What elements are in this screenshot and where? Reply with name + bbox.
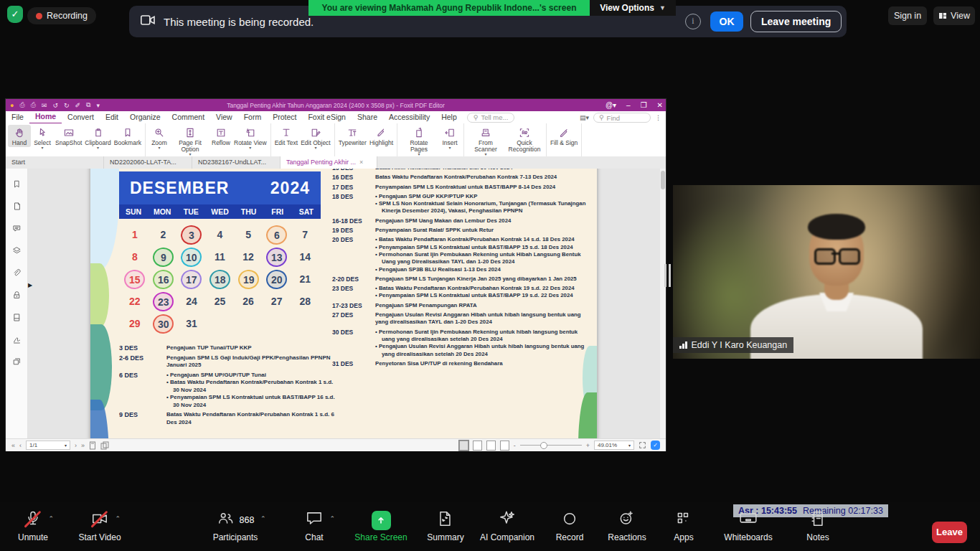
- ribbon-page-fit-option-button[interactable]: Page Fit Option▾: [171, 125, 209, 157]
- attachments-panel-icon[interactable]: [12, 268, 22, 281]
- document-tab[interactable]: Start: [6, 156, 104, 169]
- menu-edit[interactable]: Edit: [100, 111, 124, 123]
- tell-me-search[interactable]: ⚲Tell me...: [467, 113, 515, 123]
- toolbar-whiteboards-button[interactable]: Whiteboards: [712, 509, 784, 542]
- page-template-icon[interactable]: [12, 312, 22, 325]
- menu-comment[interactable]: Comment: [166, 111, 211, 123]
- menu-home[interactable]: Home: [29, 110, 62, 124]
- ribbon-edit-object-button[interactable]: Edit Object▾: [299, 125, 332, 151]
- zoom-out-icon[interactable]: -: [514, 442, 516, 449]
- page-number-box[interactable]: 1/1▾: [26, 441, 70, 450]
- leave-meeting-button[interactable]: Leave meeting: [750, 11, 842, 32]
- fullscreen-icon[interactable]: [639, 441, 646, 449]
- chevron-up-icon[interactable]: ⌃: [48, 515, 54, 522]
- restore-icon[interactable]: ❐: [641, 101, 647, 109]
- menu-protect[interactable]: Protect: [267, 111, 302, 123]
- email-icon[interactable]: ✉: [42, 102, 47, 109]
- first-page-icon[interactable]: «: [11, 442, 15, 449]
- security-panel-icon[interactable]: [12, 290, 22, 303]
- foxit-title-bar[interactable]: ●⎙⎙✉↺↻✐⧉▾ Tanggal Penting Akhir Tahun An…: [6, 99, 666, 111]
- ribbon-select-button[interactable]: Select▾: [31, 125, 54, 151]
- foxit-assistant-icon[interactable]: ✓: [651, 441, 660, 450]
- ribbon-clipboard-button[interactable]: Clipboard▾: [83, 125, 112, 151]
- menu-accessibility[interactable]: Accessibility: [383, 111, 435, 123]
- toolbar-ai-companion-button[interactable]: AI Companion: [471, 509, 543, 542]
- zoom-slider-thumb[interactable]: [540, 442, 547, 449]
- document-tab[interactable]: Tanggal Penting Akhir ...×: [281, 156, 377, 169]
- toolbar-start-video-button[interactable]: ⌃Start Video: [64, 509, 136, 542]
- clipboard-page-icon[interactable]: [100, 441, 109, 450]
- leave-button[interactable]: Leave: [932, 522, 967, 543]
- comments-panel-icon[interactable]: [12, 223, 22, 236]
- quick-access-toolbar[interactable]: ●⎙⎙✉↺↻✐⧉▾: [10, 101, 100, 109]
- menu-form[interactable]: Form: [238, 111, 268, 123]
- redo-icon[interactable]: ↻: [64, 102, 70, 109]
- snapshot-page-icon[interactable]: [89, 441, 96, 450]
- view-options-button[interactable]: View Options ▼: [590, 0, 676, 16]
- ribbon-insert-button[interactable]: Insert▾: [438, 125, 461, 151]
- ribbon-quick-recognition-button[interactable]: Quick Recognition: [505, 125, 544, 154]
- scrollbar-thumb[interactable]: [661, 171, 665, 189]
- customize-caret-icon[interactable]: ▾: [96, 102, 100, 109]
- single-page-view-icon[interactable]: [459, 441, 468, 451]
- toolbar-share-screen-button[interactable]: Share Screen: [345, 509, 417, 542]
- chevron-up-icon[interactable]: ⌃: [260, 515, 266, 522]
- zoom-slider[interactable]: [520, 445, 582, 446]
- document-tab[interactable]: ND2382167-UndLLAT...: [192, 156, 281, 169]
- copy-icon[interactable]: ⧉: [86, 101, 90, 109]
- ribbon-fill-sign-button[interactable]: Fill & Sign: [549, 125, 579, 147]
- facing-continuous-view-icon[interactable]: [500, 441, 509, 451]
- toolbar-apps-button[interactable]: Apps: [648, 509, 720, 542]
- toolbar-participants-button[interactable]: 868⌃Participants: [199, 509, 271, 542]
- menu-view[interactable]: View: [210, 111, 238, 123]
- ribbon-snapshot-button[interactable]: SnapShot: [54, 125, 83, 147]
- menu-convert[interactable]: Convert: [62, 111, 100, 123]
- foxit-logo-icon[interactable]: ●: [10, 102, 14, 109]
- menu-foxit-esign[interactable]: Foxit eSign: [302, 111, 352, 123]
- pages-panel-icon[interactable]: [12, 201, 22, 214]
- toolbar-chat-button[interactable]: ⌃Chat: [278, 509, 350, 542]
- toolbar-options-icon[interactable]: ▤▾: [580, 114, 589, 121]
- tab-close-icon[interactable]: ×: [359, 159, 363, 166]
- next-page-icon[interactable]: ›: [75, 442, 77, 449]
- ribbon-rotate-pages-button[interactable]: Rotate Pages▾: [400, 125, 438, 157]
- signature-panel-icon[interactable]: [12, 334, 22, 347]
- ribbon-highlight-button[interactable]: Highlight: [368, 125, 395, 147]
- zoom-in-icon[interactable]: +: [586, 442, 590, 449]
- menu-help[interactable]: Help: [435, 111, 463, 123]
- find-box[interactable]: ⚲Find: [593, 113, 651, 123]
- ribbon-bookmark-button[interactable]: Bookmark: [113, 125, 143, 147]
- toolbar-unmute-button[interactable]: ⌃Unmute: [0, 509, 69, 542]
- last-page-icon[interactable]: »: [81, 442, 85, 449]
- share-person-icon[interactable]: ✐: [75, 102, 80, 109]
- menu-share[interactable]: Share: [352, 111, 383, 123]
- ribbon-edit-text-button[interactable]: Edit Text: [273, 125, 299, 147]
- menu-file[interactable]: File: [6, 111, 29, 123]
- close-icon[interactable]: ✕: [657, 101, 663, 109]
- minimize-icon[interactable]: –: [626, 101, 631, 109]
- kebab-menu-icon[interactable]: ⋮: [655, 114, 661, 121]
- save-icon[interactable]: ⎙: [19, 101, 24, 109]
- prev-page-icon[interactable]: ‹: [19, 442, 22, 449]
- continuous-view-icon[interactable]: [473, 441, 482, 451]
- document-view[interactable]: DESEMBER 2024 SUNMONTUEWEDTHUFRISAT 1234…: [28, 169, 666, 438]
- ribbon-typewriter-button[interactable]: Typewriter: [337, 125, 368, 147]
- toolbar-summary-button[interactable]: Summary: [410, 509, 481, 542]
- document-scrollbar[interactable]: [660, 169, 666, 438]
- zoom-percent-box[interactable]: 49.01%▾: [594, 441, 634, 450]
- sign-in-button[interactable]: Sign in: [888, 6, 927, 25]
- view-button[interactable]: View: [933, 6, 975, 25]
- menu-organize[interactable]: Organize: [124, 111, 166, 123]
- chevron-up-icon[interactable]: ⌃: [115, 515, 121, 522]
- layers-panel-icon[interactable]: [12, 245, 22, 258]
- participant-video-tile[interactable]: Eddi Y I Karo Keuangan: [673, 185, 980, 359]
- ok-button[interactable]: OK: [710, 11, 743, 32]
- undo-icon[interactable]: ↺: [52, 102, 58, 109]
- ribbon-zoom-button[interactable]: Zoom▾: [148, 125, 171, 151]
- document-tab[interactable]: ND2202060-LLAT-TA...: [104, 156, 192, 169]
- info-icon[interactable]: i: [685, 14, 701, 29]
- ribbon-rotate-view-button[interactable]: Rotate View▾: [232, 125, 268, 151]
- panel-resize-handle[interactable]: [664, 264, 671, 287]
- toolbar-notes-button[interactable]: Notes: [782, 509, 854, 542]
- facing-view-icon[interactable]: [486, 441, 496, 451]
